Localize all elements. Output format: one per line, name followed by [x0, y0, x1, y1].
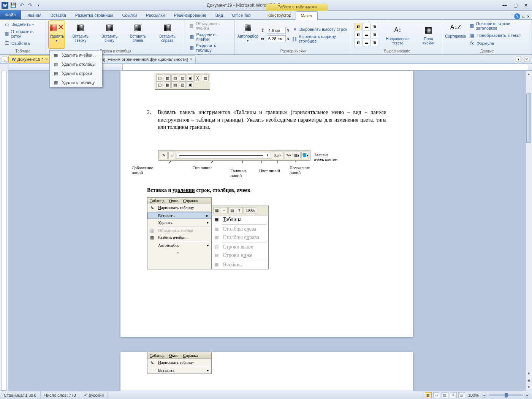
spinner-icon[interactable]: ⇅: [287, 37, 290, 41]
scroll-thumb[interactable]: [526, 93, 531, 143]
doctabs-menu-icon[interactable]: ▾: [516, 57, 521, 62]
text-direction-button[interactable]: A↕ Направление текста: [380, 23, 415, 46]
undo-icon[interactable]: ↶: [18, 2, 25, 9]
distribute-cols-button[interactable]: ‖‖Выровнять ширину столбцов: [290, 33, 350, 44]
align-top-left[interactable]: ◧: [355, 23, 362, 30]
insert-right-button[interactable]: ▦ Вставить справа: [153, 21, 182, 49]
vertical-scrollbar[interactable]: ▲ ▼ ◉ ▼: [525, 71, 532, 391]
document-area[interactable]: ▢▦▤▥▣╳▨ ▢▦▤▥▣ 2. Вызвать панель инструме…: [8, 71, 525, 391]
align-bot-right[interactable]: ◨: [370, 39, 378, 46]
ribbon-close-icon[interactable]: ✕: [527, 14, 530, 19]
tab-list-button[interactable]: L: [2, 57, 7, 62]
delete-button[interactable]: ▦✕ Удалить▾: [48, 21, 65, 49]
properties-button[interactable]: ☰Свойства: [2, 40, 43, 47]
mi-insert: Вставить▸: [147, 212, 211, 219]
scroll-up-arrow[interactable]: ▲: [526, 71, 532, 78]
group-cellsize-label: Размер ячейки: [237, 49, 350, 54]
sort-button[interactable]: A↓Z Сортировка: [445, 21, 467, 49]
menu-window: Окно: [169, 353, 179, 358]
redo-icon[interactable]: ↷: [27, 2, 33, 9]
spinner-icon[interactable]: ⇅: [287, 29, 290, 32]
save-icon[interactable]: 💾: [10, 2, 17, 9]
alignment-grid[interactable]: ◧▬◨ ◧▬◨ ◧▬◨: [355, 23, 378, 46]
autofit-icon: ▦: [242, 21, 254, 33]
formula-button[interactable]: fxФормула: [467, 40, 529, 47]
view-print-layout[interactable]: ▦: [425, 392, 432, 398]
delete-rows-item[interactable]: ▤Удалить строки: [50, 69, 102, 78]
table-icon: ▦: [214, 217, 220, 223]
view-draft[interactable]: ▢: [458, 392, 465, 398]
col-width-input[interactable]: ⇔⇅: [260, 35, 290, 42]
repeat-header-button[interactable]: ▦Повторить строки заголовков: [467, 21, 529, 31]
gridlines-button[interactable]: ▦Отобразить сетку: [2, 28, 43, 39]
align-bot-left[interactable]: ◧: [355, 39, 362, 46]
mi-split: ▦Разбить ячейки...: [147, 234, 211, 241]
insert-left-button[interactable]: ▦ Вставить слева: [124, 21, 152, 49]
align-mid-left[interactable]: ◧: [355, 31, 362, 38]
zoom-in-button[interactable]: +: [524, 393, 530, 398]
distribute-rows-button[interactable]: ≡Выровнять высоту строк: [290, 25, 350, 33]
select-button[interactable]: ▭Выделить▾: [2, 21, 43, 28]
zoom-slider[interactable]: [489, 394, 523, 396]
help-icon[interactable]: ?: [514, 13, 520, 19]
align-mid-right[interactable]: ◨: [370, 31, 378, 38]
tab-review[interactable]: Рецензирование: [169, 11, 211, 19]
tab-page-layout[interactable]: Разметка страницы: [71, 11, 118, 19]
close-tab-icon[interactable]: ✕: [189, 57, 192, 61]
doc-tab-active[interactable]: W Документ19 * ✕: [8, 55, 51, 63]
insert-below-button[interactable]: ▦ Вставить снизу: [96, 21, 123, 49]
close-tab-icon[interactable]: ✕: [45, 57, 48, 61]
status-language[interactable]: ✔русский: [80, 391, 108, 399]
tb-icon: ▦: [213, 207, 220, 214]
tab-office-tab[interactable]: Office Tab: [228, 11, 255, 19]
align-top-right[interactable]: ◨: [370, 23, 378, 30]
minimize-ribbon-icon[interactable]: ˇ: [511, 14, 513, 19]
status-words[interactable]: Число слов: 770: [41, 391, 80, 399]
zoom-percent[interactable]: 100%: [468, 393, 479, 397]
split-table-button[interactable]: ▦Разделить таблицу: [187, 43, 232, 53]
tab-home[interactable]: Главная: [21, 11, 46, 19]
autofit-button[interactable]: ▦ Автоподбор▾: [237, 21, 259, 49]
zoom-slider-thumb[interactable]: [505, 393, 508, 397]
height-icon: ⇕: [260, 27, 266, 33]
list-number: 2.: [147, 109, 152, 131]
tab-mailings[interactable]: Рассылки: [141, 11, 169, 19]
status-page[interactable]: Страница: 1 из 8: [0, 391, 41, 399]
merge-cells-button[interactable]: ▦Объединить ячейки: [187, 21, 232, 31]
view-full-reading[interactable]: ▭: [433, 392, 440, 398]
sub-cols-left: ▥Столбцы слева: [212, 225, 268, 233]
row-height-input[interactable]: ⇕⇅: [260, 27, 290, 34]
tab-references[interactable]: Ссылки: [118, 11, 142, 19]
delete-columns-item[interactable]: ▥Удалить столбцы: [50, 60, 102, 69]
prev-page-icon[interactable]: ◉: [526, 377, 532, 384]
next-page-icon[interactable]: ▼: [526, 384, 532, 391]
tb-icon: ¶: [236, 207, 243, 214]
statusbar: Страница: 1 из 8 Число слов: 770 ✔русски…: [0, 391, 532, 399]
align-mid-center[interactable]: ▬: [363, 31, 370, 38]
convert-text-button[interactable]: ▦Преобразовать в текст: [467, 32, 529, 39]
scroll-down-arrow[interactable]: ▼: [526, 370, 532, 377]
minimize-button[interactable]: —: [500, 2, 509, 9]
zoom-out-button[interactable]: −: [482, 393, 487, 398]
view-outline[interactable]: ≡: [450, 392, 457, 398]
delete-table-item[interactable]: ▦Удалить таблицу: [50, 78, 102, 87]
tb-icon: ≡: [221, 207, 228, 214]
tab-insert[interactable]: Вставка: [46, 11, 71, 19]
align-bot-center[interactable]: ▬: [363, 39, 370, 46]
split-cells-button[interactable]: ▦Разделить ячейки: [187, 32, 232, 42]
tab-view[interactable]: Вид: [211, 11, 228, 19]
cell-margins-button[interactable]: ▦ Поля ячейки: [417, 23, 440, 46]
close-button[interactable]: ✕: [521, 2, 530, 9]
tab-table-design[interactable]: Конструктор: [263, 11, 296, 19]
ribbon-options-icon[interactable]: ▭: [522, 14, 525, 19]
align-top-center[interactable]: ▬: [363, 23, 370, 30]
view-web[interactable]: ▤: [442, 392, 448, 398]
qat-dropdown-icon[interactable]: ▾: [35, 2, 42, 9]
maximize-button[interactable]: ▢: [511, 2, 520, 9]
delete-cells-item[interactable]: ▦Удалить ячейки...: [50, 51, 102, 60]
tab-table-layout[interactable]: Макет: [296, 11, 317, 20]
mi-delete: Удалить▸: [147, 219, 211, 226]
tab-file[interactable]: Файл: [0, 10, 21, 19]
insert-above-button[interactable]: ▦ Вставить сверху: [66, 21, 95, 49]
doctabs-close-icon[interactable]: ✕: [524, 57, 529, 62]
